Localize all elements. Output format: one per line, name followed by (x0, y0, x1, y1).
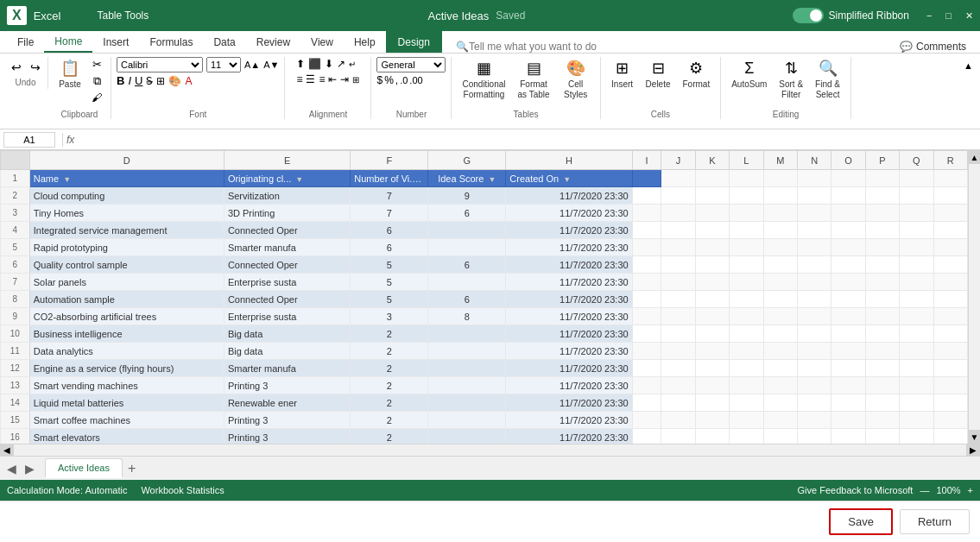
simplified-ribbon-toggle[interactable]: Simplified Ribbon (793, 8, 909, 23)
numvotes-cell[interactable]: 2 (351, 429, 428, 444)
col-header-m[interactable]: M (763, 151, 797, 170)
ribbon-expand[interactable]: ▲ (960, 57, 977, 74)
col-header-n[interactable]: N (797, 151, 831, 170)
tab-home[interactable]: Home (44, 31, 92, 53)
createdon-cell[interactable]: 11/7/2020 23:30 (506, 222, 632, 239)
sheet-tab-nav[interactable]: ◀ ▶ (3, 460, 38, 477)
scroll-right-button[interactable]: ▶ (966, 444, 980, 456)
col-header-j[interactable]: J (661, 151, 695, 170)
col-header-q[interactable]: Q (900, 151, 933, 170)
table-row[interactable]: 13Smart vending machinesPrinting 3211/7/… (1, 377, 968, 394)
originating-cell[interactable]: Printing 3 (224, 377, 350, 394)
table-row[interactable]: 5Rapid prototypingSmarter manufa611/7/20… (1, 239, 968, 256)
conditional-formatting-button[interactable]: ▦ Conditional Formatting (457, 57, 510, 102)
format-as-table-button[interactable]: ▤ Format as Table (513, 57, 555, 102)
name-cell[interactable]: Cloud computing (29, 187, 224, 205)
numvotes-cell[interactable]: 2 (351, 360, 428, 377)
numvotes-cell[interactable]: 5 (351, 291, 428, 308)
name-cell[interactable]: Smart coffee machines (29, 412, 224, 429)
col-header-f[interactable]: F (351, 151, 428, 170)
ideascore-cell[interactable] (428, 412, 506, 429)
decrease-decimal-button[interactable]: .00 (409, 75, 422, 85)
ideascore-cell[interactable]: 6 (428, 205, 506, 222)
feedback-label[interactable]: Give Feedback to Microsoft (798, 485, 914, 495)
corner-header[interactable] (1, 151, 30, 170)
tab-data[interactable]: Data (203, 31, 245, 53)
tell-me-box[interactable]: 🔍 (442, 41, 893, 53)
createdon-cell[interactable]: 11/7/2020 23:30 (506, 412, 632, 429)
undo-button[interactable]: ↩ (8, 59, 25, 76)
name-cell[interactable]: Liquid metal batteries (29, 394, 224, 412)
ideascore-cell[interactable] (428, 360, 506, 377)
originating-cell[interactable]: Enterprise susta (224, 274, 350, 291)
numvotes-cell[interactable]: 5 (351, 274, 428, 291)
table-row[interactable]: 10Business intelligenceBig data211/7/202… (1, 325, 968, 343)
name-cell[interactable]: Engine as a service (flying hours) (29, 360, 224, 377)
name-cell[interactable]: Smart elevators (29, 429, 224, 444)
ideascore-cell[interactable]: 8 (428, 308, 506, 325)
col-header-l[interactable]: L (730, 151, 763, 170)
ideascore-cell[interactable]: 6 (428, 256, 506, 274)
originating-cell[interactable]: Smarter manufa (224, 239, 350, 256)
createdon-cell[interactable]: 11/7/2020 23:30 (506, 187, 632, 205)
createdon-cell[interactable]: 11/7/2020 23:30 (506, 256, 632, 274)
copy-button[interactable]: ⧉ (88, 73, 105, 89)
font-size-select[interactable]: 11 (206, 57, 241, 72)
ideascore-cell[interactable]: 6 (428, 291, 506, 308)
table-row[interactable]: 6Quality control sampleConnected Oper561… (1, 256, 968, 274)
numvotes-cell[interactable]: 6 (351, 222, 428, 239)
ideascore-cell[interactable] (428, 239, 506, 256)
numvotes-cell[interactable]: 2 (351, 377, 428, 394)
font-family-select[interactable]: Calibri (117, 57, 203, 72)
originating-cell[interactable]: Smarter manufa (224, 360, 350, 377)
name-cell[interactable]: Rapid prototyping (29, 239, 224, 256)
table-row[interactable]: 4Integrated service managementConnected … (1, 222, 968, 239)
save-button[interactable]: Save (829, 508, 893, 535)
tab-insert[interactable]: Insert (92, 31, 139, 53)
originating-cell[interactable]: Renewable ener (224, 394, 350, 412)
borders-button[interactable]: ⊞ (156, 75, 165, 87)
cell-styles-button[interactable]: 🎨 Cell Styles (557, 57, 595, 102)
col-header-k[interactable]: K (695, 151, 729, 170)
originating-cell[interactable]: Big data (224, 343, 350, 360)
createdon-cell[interactable]: 11/7/2020 23:30 (506, 429, 632, 444)
numvotes-cell[interactable]: 3 (351, 308, 428, 325)
table-row[interactable]: 2Cloud computingServitization7911/7/2020… (1, 187, 968, 205)
name-cell[interactable]: Business intelligence (29, 325, 224, 343)
col-header-o[interactable]: O (831, 151, 865, 170)
table-row[interactable]: 7Solar panelsEnterprise susta511/7/2020 … (1, 274, 968, 291)
createdon-cell[interactable]: 11/7/2020 23:30 (506, 343, 632, 360)
numvotes-cell[interactable]: 2 (351, 394, 428, 412)
align-top-button[interactable]: ⬆ (295, 57, 306, 71)
table-row[interactable]: 15Smart coffee machinesPrinting 3211/7/2… (1, 412, 968, 429)
align-bottom-button[interactable]: ⬇ (324, 57, 334, 71)
ideascore-cell[interactable] (428, 429, 506, 444)
tab-file[interactable]: File (7, 31, 44, 53)
name-cell[interactable]: Quality control sample (29, 256, 224, 274)
strikethrough-button[interactable]: S̶ (146, 75, 153, 87)
format-painter-button[interactable]: 🖌 (88, 91, 105, 104)
col-header-p[interactable]: P (865, 151, 899, 170)
vertical-scrollbar[interactable]: ▲ ▼ (968, 150, 980, 444)
decrease-font-button[interactable]: A▼ (263, 60, 279, 70)
font-color-button[interactable]: A (185, 75, 192, 87)
numvotes-cell[interactable]: 7 (351, 205, 428, 222)
originating-cell[interactable]: Connected Oper (224, 256, 350, 274)
numvotes-cell[interactable]: 5 (351, 256, 428, 274)
createdon-cell[interactable]: 11/7/2020 23:30 (506, 239, 632, 256)
numvotes-cell[interactable]: 6 (351, 239, 428, 256)
originating-cell[interactable]: Printing 3 (224, 412, 350, 429)
scroll-left-button[interactable]: ◀ (0, 444, 14, 456)
createdon-cell[interactable]: 11/7/2020 23:30 (506, 360, 632, 377)
sort-filter-button[interactable]: ⇅ Sort & Filter (774, 57, 808, 102)
createdon-cell[interactable]: 11/7/2020 23:30 (506, 291, 632, 308)
col-header-r[interactable]: R (933, 151, 967, 170)
workbook-stats[interactable]: Workbook Statistics (141, 485, 224, 495)
originating-cell[interactable]: Connected Oper (224, 222, 350, 239)
table-row[interactable]: 12Engine as a service (flying hours)Smar… (1, 360, 968, 377)
orientation-button[interactable]: ↗ (336, 57, 346, 71)
align-left-button[interactable]: ≡ (295, 72, 303, 86)
header-created-on[interactable]: Created On ▼ (506, 170, 632, 187)
col-header-h[interactable]: H (506, 151, 632, 170)
sheet-nav-next[interactable]: ▶ (22, 460, 38, 477)
